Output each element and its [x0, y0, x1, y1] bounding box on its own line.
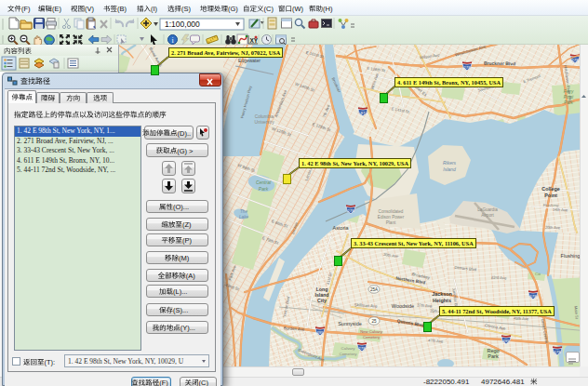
svg-text:(S)...: (S)...	[173, 306, 188, 314]
svg-text:(A): (A)	[186, 272, 196, 280]
svg-text:(Y)...: (Y)...	[180, 324, 195, 332]
svg-text:(D)..: (D)..	[178, 129, 192, 138]
svg-text:(G) >: (G) >	[177, 147, 194, 155]
svg-text:(Z): (Z)	[182, 220, 192, 229]
svg-text:(P): (P)	[182, 236, 193, 245]
svg-text:(L)...: (L)...	[173, 287, 187, 296]
svg-text:(O)...: (O)...	[173, 203, 189, 211]
svg-text:(C): (C)	[199, 379, 209, 386]
svg-text:(T):: (T):	[45, 358, 56, 366]
svg-text:(M): (M)	[179, 254, 190, 262]
svg-text:(F): (F)	[159, 379, 168, 386]
